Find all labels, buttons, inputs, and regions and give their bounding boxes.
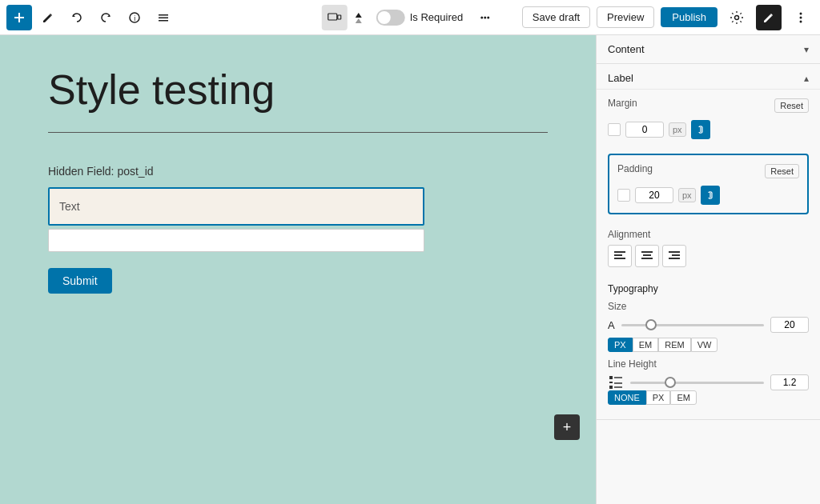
- label-header[interactable]: Label ▴: [597, 64, 820, 90]
- padding-value-input[interactable]: [635, 187, 673, 203]
- overflow-button[interactable]: [788, 5, 814, 30]
- block-up-button[interactable]: [351, 5, 367, 30]
- margin-input-row: 0 px: [608, 120, 809, 139]
- padding-input-row: px: [617, 186, 799, 205]
- padding-reset-button[interactable]: Reset: [765, 164, 799, 178]
- toggle-track[interactable]: [376, 10, 405, 26]
- margin-reset-button[interactable]: Reset: [774, 98, 809, 113]
- toolbar-center: Is Required: [322, 5, 498, 30]
- canvas: Style testing Hidden Field: post_id Text…: [0, 35, 596, 504]
- line-height-slider[interactable]: [630, 382, 764, 384]
- align-right-button[interactable]: [662, 245, 686, 267]
- content-section: Content ▾: [597, 35, 820, 64]
- align-center-button[interactable]: [635, 245, 659, 267]
- lh-unit-none[interactable]: NONE: [608, 390, 646, 405]
- align-left-button[interactable]: [608, 245, 632, 267]
- edit-button[interactable]: [35, 5, 61, 30]
- size-value-input[interactable]: [770, 317, 809, 333]
- label-label: Label: [608, 72, 633, 84]
- size-unit-px[interactable]: PX: [608, 338, 633, 352]
- hidden-field-label: Hidden Field: post_id: [48, 165, 548, 178]
- size-unit-tabs: PX EM REM VW: [608, 338, 809, 352]
- svg-rect-18: [614, 251, 625, 253]
- svg-rect-27: [609, 376, 613, 379]
- size-label: Size: [608, 301, 809, 312]
- label-chevron-icon: ▴: [804, 73, 809, 84]
- svg-point-10: [484, 16, 487, 18]
- padding-row: Padding Reset: [617, 163, 799, 179]
- preview-button[interactable]: Preview: [597, 6, 654, 28]
- svg-rect-20: [614, 258, 625, 259]
- typography-label: Typography: [608, 283, 809, 294]
- toggle-thumb: [378, 11, 391, 24]
- svg-rect-4: [159, 14, 168, 16]
- svg-point-12: [735, 15, 739, 19]
- line-height-icon: [608, 374, 624, 390]
- size-row: A: [608, 317, 809, 333]
- svg-rect-28: [609, 382, 613, 383]
- redo-button[interactable]: [93, 5, 119, 30]
- add-block-button[interactable]: [6, 5, 32, 30]
- settings-button[interactable]: [724, 5, 750, 30]
- margin-value-input[interactable]: 0: [625, 122, 664, 138]
- padding-section: Padding Reset px: [608, 154, 809, 214]
- divider: [48, 132, 548, 133]
- page-title: Style testing: [48, 67, 548, 113]
- margin-link-button[interactable]: [691, 120, 710, 139]
- lh-unit-px[interactable]: PX: [646, 390, 671, 405]
- is-required-toggle[interactable]: Is Required: [376, 10, 463, 26]
- list-view-button[interactable]: [151, 5, 176, 30]
- svg-point-9: [481, 16, 484, 18]
- save-draft-button[interactable]: Save draft: [522, 6, 590, 28]
- size-unit-rem[interactable]: REM: [658, 338, 690, 352]
- svg-rect-29: [609, 386, 613, 389]
- more-options-button[interactable]: [472, 5, 498, 30]
- content-chevron-icon: ▾: [804, 44, 809, 55]
- svg-point-14: [800, 16, 802, 18]
- svg-rect-22: [643, 254, 651, 256]
- undo-button[interactable]: [64, 5, 90, 30]
- add-block-canvas-button[interactable]: +: [554, 414, 580, 440]
- padding-all-sides-checkbox[interactable]: [617, 189, 630, 202]
- svg-rect-24: [669, 251, 680, 253]
- svg-rect-25: [672, 254, 680, 256]
- margin-body: Margin Reset 0 px: [597, 90, 820, 147]
- margin-row: Margin Reset: [608, 98, 809, 114]
- toolbar: i Is Required Save draft Preview Pu: [0, 0, 820, 35]
- size-unit-em[interactable]: EM: [633, 338, 659, 352]
- svg-point-13: [800, 12, 802, 14]
- device-preview-button[interactable]: [322, 5, 348, 30]
- right-panel: Content ▾ Label ▴ Margin Reset 0 px: [596, 35, 820, 504]
- svg-rect-6: [159, 20, 168, 22]
- svg-rect-19: [614, 254, 622, 256]
- submit-button[interactable]: Submit: [48, 268, 112, 294]
- text-input-block[interactable]: Text: [48, 187, 424, 226]
- padding-link-button[interactable]: [701, 186, 720, 205]
- line-height-value-input[interactable]: [770, 374, 809, 390]
- svg-point-15: [800, 20, 802, 22]
- text-input-field[interactable]: [48, 229, 424, 252]
- main-area: Style testing Hidden Field: post_id Text…: [0, 35, 820, 504]
- svg-rect-26: [669, 258, 680, 259]
- svg-rect-7: [328, 14, 337, 20]
- margin-unit-label: px: [669, 122, 686, 137]
- lh-unit-em[interactable]: EM: [670, 390, 697, 405]
- alignment-body: Alignment: [597, 221, 820, 275]
- size-unit-vw[interactable]: VW: [691, 338, 718, 352]
- padding-unit-label: px: [678, 188, 696, 202]
- label-section: Label ▴ Margin Reset 0 px: [597, 64, 820, 420]
- lh-unit-tabs: NONE PX EM: [608, 390, 809, 405]
- size-slider[interactable]: [621, 324, 764, 326]
- toolbar-right: Save draft Preview Publish: [522, 5, 814, 30]
- svg-rect-5: [159, 17, 168, 18]
- margin-all-sides-checkbox[interactable]: [608, 123, 621, 136]
- dark-edit-button[interactable]: [756, 5, 782, 30]
- is-required-label: Is Required: [410, 11, 463, 23]
- content-header[interactable]: Content ▾: [597, 35, 820, 63]
- svg-rect-23: [641, 258, 653, 259]
- svg-point-11: [488, 16, 490, 18]
- info-button[interactable]: i: [122, 5, 147, 30]
- line-height-row: [608, 374, 809, 390]
- publish-button[interactable]: Publish: [661, 7, 718, 27]
- svg-text:i: i: [134, 14, 135, 22]
